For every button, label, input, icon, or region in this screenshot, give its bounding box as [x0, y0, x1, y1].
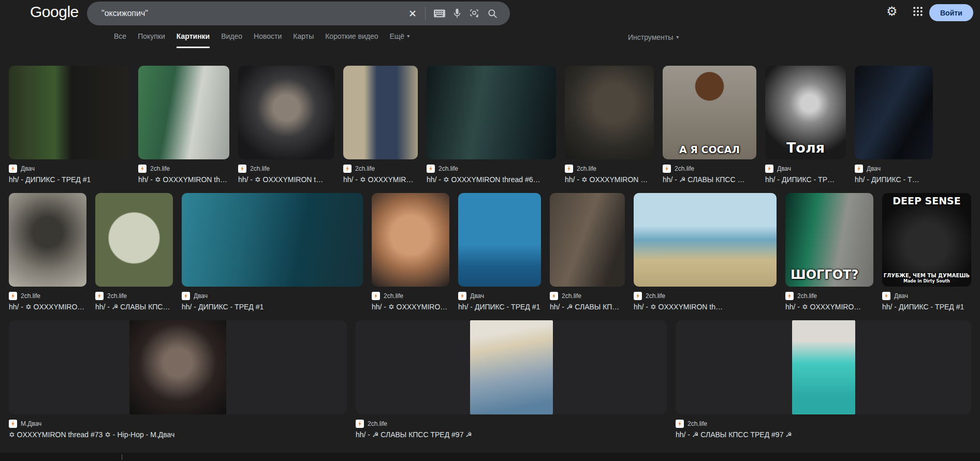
- result-source[interactable]: 2ch.life: [372, 292, 449, 300]
- result-thumbnail[interactable]: [855, 66, 933, 159]
- result-title[interactable]: hh/ - ✡ OXXXYMIRON t…: [238, 175, 334, 184]
- search-result[interactable]: 2ch.lifehh/ - ✡ OXXXYMIRON th…: [634, 193, 777, 311]
- result-source[interactable]: 2ch.life: [95, 292, 173, 300]
- result-thumbnail[interactable]: [95, 193, 173, 287]
- result-thumbnail[interactable]: [550, 193, 625, 287]
- result-thumbnail[interactable]: [634, 193, 777, 287]
- result-thumbnail[interactable]: [356, 320, 667, 414]
- result-title[interactable]: hh/ - ДИПИКС - Т…: [855, 175, 933, 184]
- result-thumbnail[interactable]: [343, 66, 418, 159]
- result-title[interactable]: hh/ - ✡ OXXXYMIRON …: [565, 175, 654, 184]
- search-result[interactable]: 2ch.lifehh/ - ✡ OXXXYMIRON thread #6…: [427, 66, 556, 184]
- search-result[interactable]: 2ch.lifehh/ - ☭ СЛАВЫ КП…: [550, 193, 625, 311]
- google-logo[interactable]: Google: [30, 3, 79, 21]
- search-box[interactable]: ✕: [87, 2, 510, 25]
- result-title[interactable]: ✡ OXXXYMIRON thread #73 ✡ - Hip-Hop - М.…: [9, 430, 347, 439]
- result-title[interactable]: hh/ - ✡ OXXXYMIRON th…: [9, 303, 86, 311]
- result-thumbnail[interactable]: ШОГГОТ?: [785, 193, 873, 287]
- result-title[interactable]: hh/ - ДИПИКС - ТРЕД #1: [9, 175, 129, 184]
- tab-category-7[interactable]: Ещё▾: [389, 32, 409, 48]
- result-source[interactable]: 2ch.life: [343, 165, 418, 173]
- result-source[interactable]: 2ch.life: [550, 292, 625, 300]
- result-source[interactable]: 2ch.life: [427, 165, 556, 173]
- result-source[interactable]: Двач: [855, 165, 933, 173]
- result-thumbnail[interactable]: [427, 66, 556, 159]
- result-thumbnail[interactable]: [9, 320, 347, 414]
- result-source[interactable]: 2ch.life: [9, 292, 86, 300]
- result-title[interactable]: hh/ - ДИПИКС - ТРЕД #1: [182, 303, 363, 311]
- result-title[interactable]: hh/ - ✡ OXXXYMIRON th…: [634, 303, 777, 311]
- search-result[interactable]: 2ch.lifehh/ - ✡ OXXXYMIR…: [343, 66, 418, 184]
- tab-images[interactable]: Картинки: [177, 32, 210, 48]
- result-source[interactable]: Двач: [9, 165, 129, 173]
- result-thumbnail[interactable]: А Я СОСАЛ: [663, 66, 756, 159]
- tab-category-1[interactable]: Покупки: [138, 32, 165, 48]
- mic-icon[interactable]: [454, 8, 461, 19]
- search-result[interactable]: Двачhh/ - ДИПИКС - ТРЕД #1: [182, 193, 363, 311]
- search-result[interactable]: 2ch.lifehh/ - ✡ OXXXYMIRON t…: [238, 66, 334, 184]
- tab-category-4[interactable]: Новости: [254, 32, 282, 48]
- result-title[interactable]: hh/ - ДИПИКС - ТРЕД #1: [458, 303, 541, 311]
- search-result[interactable]: 2ch.lifehh/ - ✡ OXXXYMIRON thread…: [138, 66, 229, 184]
- result-thumbnail[interactable]: [9, 193, 86, 287]
- result-thumbnail[interactable]: [9, 66, 129, 159]
- search-result[interactable]: ТоляДвачhh/ - ДИПИКС - ТР…: [765, 66, 846, 184]
- result-source[interactable]: 2ch.life: [565, 165, 654, 173]
- search-result[interactable]: 2ch.lifehh/ - ✡ OXXXYMIRON th…: [372, 193, 449, 311]
- result-source[interactable]: 2ch.life: [676, 420, 971, 428]
- search-result[interactable]: А Я СОСАЛ2ch.lifehh/ - ☭ СЛАВЫ КПСС …: [663, 66, 756, 184]
- result-source[interactable]: Двач: [765, 165, 846, 173]
- search-result[interactable]: ШОГГОТ?2ch.lifehh/ - ✡ OXXXYMIRO…: [785, 193, 873, 311]
- result-title[interactable]: hh/ - ДИПИКС - ТР…: [765, 175, 846, 184]
- search-result[interactable]: Двачhh/ - ДИПИКС - ТРЕД #1: [9, 66, 129, 184]
- camera-lens-icon[interactable]: [469, 8, 479, 19]
- result-source[interactable]: Двач: [882, 292, 971, 300]
- result-thumbnail[interactable]: [238, 66, 334, 159]
- result-thumbnail[interactable]: Толя: [765, 66, 846, 159]
- result-source[interactable]: 2ch.life: [356, 420, 667, 428]
- result-title[interactable]: hh/ - ☭ СЛАВЫ КПСС Т…: [95, 303, 173, 311]
- sign-in-button[interactable]: Войти: [929, 4, 973, 21]
- search-result[interactable]: Двачhh/ - ДИПИКС - ТРЕД #1: [458, 193, 541, 311]
- result-source[interactable]: 2ch.life: [663, 165, 756, 173]
- search-result[interactable]: Двачhh/ - ДИПИКС - Т…: [855, 66, 933, 184]
- result-source[interactable]: 2ch.life: [138, 165, 229, 173]
- keyboard-icon[interactable]: [434, 9, 445, 18]
- result-thumbnail[interactable]: [565, 66, 654, 159]
- result-thumbnail[interactable]: DEEP SENSEГЛУБЖЕ, ЧЕМ ТЫ ДУМАЕШЬMade in …: [882, 193, 971, 287]
- tab-category-0[interactable]: Все: [114, 32, 126, 48]
- result-source[interactable]: 2ch.life: [785, 292, 873, 300]
- result-title[interactable]: hh/ - ✡ OXXXYMIRON thread…: [138, 175, 229, 184]
- search-result[interactable]: DEEP SENSEГЛУБЖЕ, ЧЕМ ТЫ ДУМАЕШЬMade in …: [882, 193, 971, 311]
- tab-category-3[interactable]: Видео: [221, 32, 242, 48]
- result-title[interactable]: hh/ - ✡ OXXXYMIRO…: [785, 303, 873, 311]
- settings-gear-icon[interactable]: ⚙: [886, 4, 898, 19]
- result-thumbnail[interactable]: [372, 193, 449, 287]
- result-source[interactable]: 2ch.life: [634, 292, 777, 300]
- tools-button[interactable]: Инструменты ▾: [628, 33, 679, 41]
- result-thumbnail[interactable]: [138, 66, 229, 159]
- result-thumbnail[interactable]: [676, 320, 971, 414]
- result-title[interactable]: hh/ - ✡ OXXXYMIR…: [343, 175, 418, 184]
- search-result[interactable]: 2ch.lifehh/ - ☭ СЛАВЫ КПСС ТРЕД #97 ☭: [676, 320, 971, 439]
- result-source[interactable]: М.Двач: [9, 420, 347, 428]
- search-input[interactable]: [87, 9, 408, 18]
- result-title[interactable]: hh/ - ✡ OXXXYMIRON thread #6…: [427, 175, 556, 184]
- search-result[interactable]: 2ch.lifehh/ - ☭ СЛАВЫ КПСС ТРЕД #97 ☭: [356, 320, 667, 439]
- result-source[interactable]: Двач: [182, 292, 363, 300]
- result-title[interactable]: hh/ - ☭ СЛАВЫ КПСС ТРЕД #97 ☭: [356, 430, 667, 439]
- result-source[interactable]: Двач: [458, 292, 541, 300]
- search-result[interactable]: 2ch.lifehh/ - ✡ OXXXYMIRON th…: [9, 193, 86, 311]
- result-title[interactable]: hh/ - ☭ СЛАВЫ КПСС …: [663, 175, 756, 184]
- result-thumbnail[interactable]: [182, 193, 363, 287]
- tab-category-6[interactable]: Короткие видео: [325, 32, 378, 48]
- result-title[interactable]: hh/ - ☭ СЛАВЫ КПСС ТРЕД #97 ☭: [676, 430, 971, 439]
- search-result[interactable]: М.Двач✡ OXXXYMIRON thread #73 ✡ - Hip-Ho…: [9, 320, 347, 439]
- result-title[interactable]: hh/ - ✡ OXXXYMIRON th…: [372, 303, 449, 311]
- result-source[interactable]: 2ch.life: [238, 165, 334, 173]
- search-icon[interactable]: [488, 9, 498, 19]
- search-result[interactable]: 2ch.lifehh/ - ☭ СЛАВЫ КПСС Т…: [95, 193, 173, 311]
- google-apps-grid-icon[interactable]: [913, 6, 923, 19]
- result-title[interactable]: hh/ - ДИПИКС - ТРЕД #1: [882, 303, 971, 311]
- tab-category-5[interactable]: Карты: [293, 32, 314, 48]
